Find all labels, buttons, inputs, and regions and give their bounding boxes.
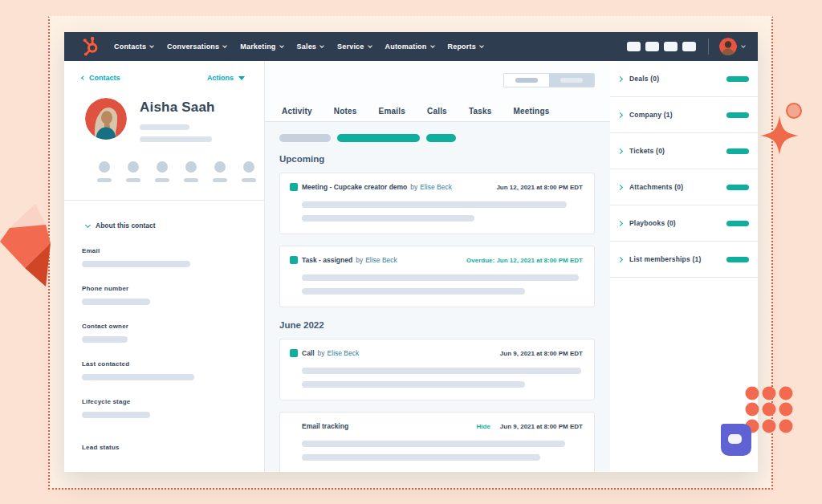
- diamond-shape: [0, 204, 51, 287]
- placeholder-bar: [302, 381, 525, 388]
- quick-action-button[interactable]: [126, 161, 140, 182]
- timestamp-overdue: Overdue: Jun 12, 2021 at 8:00 PM EDT: [466, 257, 583, 264]
- nav-menu: Contacts Conversations Marketing Sales S…: [114, 43, 483, 51]
- card-body-placeholder: [302, 274, 583, 295]
- placeholder-bar: [82, 412, 150, 418]
- nav-item-contacts[interactable]: Contacts: [114, 43, 153, 51]
- tab-tasks[interactable]: Tasks: [469, 107, 492, 116]
- task-icon: [290, 256, 298, 264]
- author-link[interactable]: Elise Beck: [420, 183, 452, 191]
- assoc-playbooks[interactable]: Playbooks (0): [610, 205, 758, 242]
- hide-link[interactable]: Hide: [477, 423, 490, 430]
- assoc-list-memberships[interactable]: List memberships (1): [610, 242, 758, 278]
- timeline-card-task: Task - assigned by Elise Beck Overdue: J…: [279, 246, 595, 307]
- quick-action-button[interactable]: [242, 161, 256, 182]
- quick-action-button[interactable]: [184, 161, 198, 182]
- chevron-right-icon: [617, 76, 623, 82]
- nav-item-service[interactable]: Service: [337, 43, 371, 51]
- quick-action-button[interactable]: [97, 161, 112, 182]
- meeting-icon: [290, 183, 298, 191]
- field-contact-owner: Contact owner: [82, 323, 246, 343]
- quick-action-button[interactable]: [213, 161, 227, 182]
- placeholder-bar: [82, 336, 128, 343]
- tab-activity[interactable]: Activity: [282, 107, 312, 116]
- assoc-action-pill[interactable]: [726, 112, 749, 118]
- window-body: Contacts Actions: [64, 61, 758, 472]
- contact-profile: Aisha Saah: [64, 82, 264, 142]
- nav-item-reports[interactable]: Reports: [448, 43, 483, 51]
- placeholder-bar: [82, 374, 194, 380]
- assoc-action-pill[interactable]: [726, 221, 749, 226]
- nav-item-automation[interactable]: Automation: [385, 43, 434, 51]
- chevron-down-icon: [430, 43, 435, 48]
- field-last-contacted: Last contacted: [82, 360, 246, 380]
- placeholder-bar: [302, 274, 579, 281]
- placeholder-bar: [140, 136, 212, 142]
- assoc-action-pill[interactable]: [726, 148, 749, 154]
- chevron-down-icon: [319, 43, 324, 48]
- view-toggle-right[interactable]: [549, 74, 594, 87]
- assoc-attachments[interactable]: Attachments (0): [610, 169, 758, 205]
- filter-pill[interactable]: [337, 134, 420, 142]
- tab-calls[interactable]: Calls: [427, 107, 447, 116]
- tab-meetings[interactable]: Meetings: [514, 107, 550, 116]
- contact-sidebar: Contacts Actions: [64, 61, 265, 472]
- assoc-tickets[interactable]: Tickets (0): [610, 133, 758, 169]
- card-body-placeholder: [302, 368, 583, 388]
- placeholder-bar: [82, 299, 150, 305]
- assoc-deals[interactable]: Deals (0): [610, 61, 758, 97]
- hubspot-sprocket-icon: [79, 35, 103, 58]
- placeholder-bar: [82, 261, 190, 267]
- nav-tool-icon[interactable]: [645, 42, 659, 51]
- nav-item-conversations[interactable]: Conversations: [167, 43, 226, 51]
- app-window: Contacts Conversations Marketing Sales S…: [64, 32, 758, 472]
- call-icon: [290, 349, 298, 357]
- back-to-contacts-link[interactable]: Contacts: [82, 74, 120, 82]
- card-header: Meeting - Cupcake creator demo by Elise …: [290, 183, 583, 191]
- nav-item-marketing[interactable]: Marketing: [240, 43, 283, 51]
- placeholder-bar: [302, 215, 474, 222]
- tab-notes[interactable]: Notes: [334, 107, 357, 116]
- action-icon: [157, 161, 168, 173]
- assoc-action-pill[interactable]: [726, 185, 749, 190]
- contact-sidebar-header: Contacts Actions: [64, 61, 264, 82]
- about-section-toggle[interactable]: About this contact: [82, 222, 246, 230]
- card-body-placeholder: [302, 201, 583, 222]
- placeholder-bar: [242, 178, 256, 182]
- nav-tool-icon[interactable]: [682, 42, 696, 51]
- placeholder-bar: [515, 78, 538, 83]
- view-toggle-left[interactable]: [504, 74, 549, 87]
- placeholder-bar: [302, 201, 567, 208]
- filter-pill[interactable]: [426, 134, 456, 142]
- timeline-section-heading: June 2022: [279, 320, 595, 330]
- assoc-action-pill[interactable]: [726, 257, 749, 262]
- activity-tabs: Activity Notes Emails Calls Tasks Meetin…: [282, 107, 549, 116]
- tab-emails[interactable]: Emails: [379, 107, 405, 116]
- user-avatar[interactable]: [719, 38, 737, 55]
- nav-tool-icon[interactable]: [664, 42, 678, 51]
- placeholder-bar: [560, 78, 583, 83]
- assoc-action-pill[interactable]: [726, 76, 749, 82]
- view-toggle[interactable]: [503, 73, 595, 87]
- chevron-down-icon[interactable]: [741, 43, 746, 48]
- chevron-right-icon: [617, 257, 623, 262]
- placeholder-bar: [97, 178, 112, 182]
- nav-tool-icon[interactable]: [627, 42, 641, 51]
- timestamp: Jun 12, 2021 at 8:00 PM EDT: [496, 184, 583, 191]
- chevron-right-icon: [617, 112, 623, 118]
- author-link[interactable]: Elise Beck: [328, 349, 360, 357]
- chevron-down-icon: [85, 222, 91, 227]
- chevron-down-icon: [479, 43, 484, 48]
- actions-button[interactable]: Actions: [207, 74, 245, 82]
- assoc-company[interactable]: Company (1): [610, 97, 758, 133]
- author-link[interactable]: Elise Beck: [365, 256, 397, 264]
- action-icon: [214, 161, 226, 173]
- quick-action-button[interactable]: [155, 161, 169, 182]
- filter-pill[interactable]: [279, 134, 331, 142]
- nav-item-sales[interactable]: Sales: [297, 43, 324, 51]
- top-nav: Contacts Conversations Marketing Sales S…: [64, 32, 758, 61]
- card-body-placeholder: [302, 441, 583, 461]
- timeline-card-call: Call by Elise Beck Jun 9, 2021 at 8:00 P…: [279, 339, 595, 400]
- filter-row: [279, 134, 595, 142]
- card-header: Email tracking Hide Jun 9, 2021 at 8:00 …: [290, 422, 583, 430]
